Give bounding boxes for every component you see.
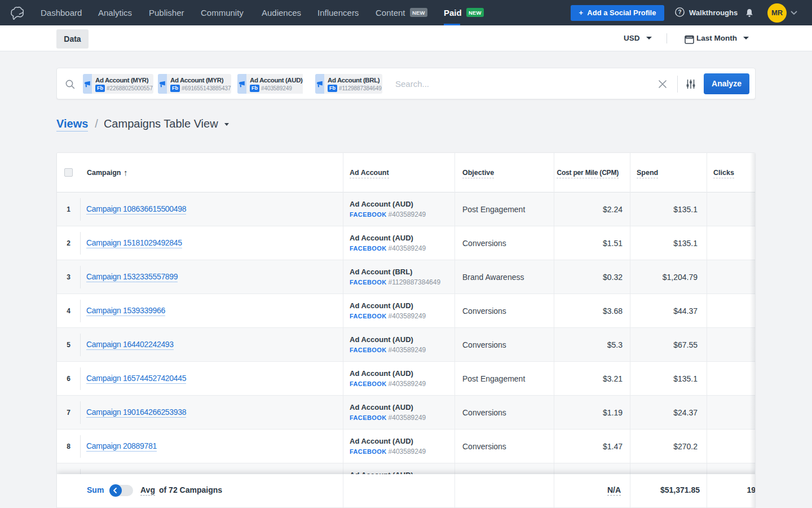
svg-text:?: ? [678,9,681,15]
